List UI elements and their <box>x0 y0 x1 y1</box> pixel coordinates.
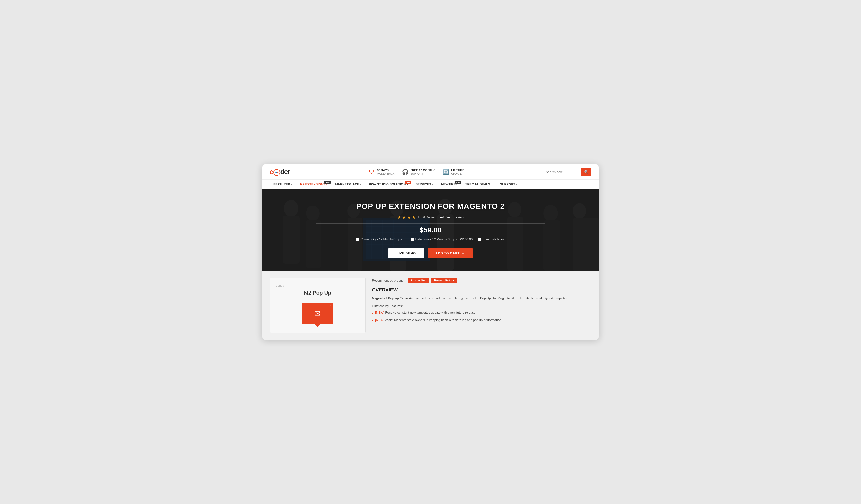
badge-update-text: LIFETIME UPDATE <box>451 169 464 175</box>
shield-icon: 🛡 <box>368 169 375 175</box>
option-community[interactable]: Community - 12 Months Support <box>356 237 405 241</box>
nav-badge-hot: HOT <box>405 181 411 184</box>
hero-rating: ★ ★ ★ ★ ★ 0 Review Add Your Review <box>267 215 594 220</box>
caret-icon-3: ▾ <box>360 183 361 186</box>
logo: c◀▶der <box>270 168 290 176</box>
nav: FEATURED ▾ 148+ M2 EXTENSIONS ▾ MARKETPL… <box>262 180 599 189</box>
overview-body: Magento 2 Pop up Extension supports stor… <box>372 296 591 301</box>
option-community-label: Community - 12 Months Support <box>360 237 405 241</box>
star-3: ★ <box>407 215 411 220</box>
badge-support: 🎧 FREE 12 MONTHS SUPPORT <box>402 169 435 175</box>
hero-section: POP UP EXTENSION FOR MAGENTO 2 ★ ★ ★ ★ ★… <box>262 189 599 271</box>
nav-m2-extensions[interactable]: 148+ M2 EXTENSIONS ▾ <box>296 180 331 189</box>
nav-featured[interactable]: FEATURED ▾ <box>270 180 296 189</box>
nav-support[interactable]: SUPPORT ▾ <box>496 180 521 189</box>
nav-m2-extensions-label: M2 EXTENSIONS <box>300 182 325 186</box>
badge-support-text: FREE 12 MONTHS SUPPORT <box>410 169 435 175</box>
hero-buttons: LIVE DEMO ADD TO CART → <box>267 248 594 258</box>
feature-text-2: Assist Magento store owners in keeping t… <box>384 318 501 322</box>
product-image-box: coder M2 Pop Up ✕ ✉ <box>270 278 366 333</box>
nav-featured-label: FEATURED <box>273 182 290 186</box>
logo-circle-icon: ◀▶ <box>273 169 280 176</box>
search-input[interactable] <box>543 169 582 176</box>
product-options: Community - 12 Months Support Enterprise… <box>267 237 594 241</box>
option-free-install-label: Free Installation <box>482 237 505 241</box>
product-description: Recommended product: Promo Bar Reward Po… <box>372 278 591 325</box>
badge-top-label: 30 DAYS <box>377 169 395 172</box>
refresh-icon: 🔄 <box>442 169 449 175</box>
hero-divider-top <box>316 223 545 224</box>
search-box[interactable]: 🔍 <box>543 168 591 176</box>
feature-prefix-2: [NEW] <box>375 318 384 322</box>
feature-text-1: Receive constant new templates update wi… <box>384 311 475 314</box>
nav-badge-20: 20+ <box>455 181 461 184</box>
badge-update-top: LIFETIME <box>451 169 464 172</box>
nav-marketplace[interactable]: MARKETPLACE ▾ <box>331 180 365 189</box>
nav-services-label: SERVICES <box>415 182 432 186</box>
star-4: ★ <box>412 215 415 220</box>
caret-icon: ▾ <box>291 183 292 186</box>
option-enterprise[interactable]: Enterprise - 12 Months Support +$100.00 <box>411 237 473 241</box>
feature-prefix-1: [NEW] <box>375 311 384 314</box>
overview-title: OVERVIEW <box>372 287 591 293</box>
popup-tail <box>315 324 320 327</box>
feature-item-2: • [NEW] Assist Magento store owners in k… <box>372 318 591 323</box>
product-title-plain: M2 <box>304 290 313 296</box>
envelope-icon: ✉ <box>314 309 321 318</box>
recommended-label: Recommended product: <box>372 279 405 282</box>
promo-bar-button[interactable]: Promo Bar <box>408 278 428 283</box>
feature-item-1: • [NEW] Receive constant new templates u… <box>372 310 591 315</box>
overview-rest-text: supports store Admin to create highly-ta… <box>415 296 569 300</box>
caret-icon-5: ▾ <box>432 183 433 186</box>
browser-window: c◀▶der 🛡 30 DAYS MONEY BACK 🎧 FREE 12 MO… <box>262 165 599 339</box>
nav-badge-148: 148+ <box>324 181 331 184</box>
arrow-right-icon: ▶ <box>277 171 278 173</box>
checkbox-free-install <box>478 238 481 241</box>
caret-icon-6: ▾ <box>491 183 492 186</box>
option-enterprise-label: Enterprise - 12 Months Support +$100.00 <box>415 237 473 241</box>
features-title: Outstanding Features: <box>372 304 591 308</box>
add-to-cart-button[interactable]: ADD TO CART → <box>428 248 473 258</box>
content-area: coder M2 Pop Up ✕ ✉ Recommended product:… <box>262 271 599 339</box>
nav-new-free[interactable]: 20+ NEW FREE <box>437 180 462 189</box>
arrow-right-icon: → <box>462 251 465 255</box>
nav-marketplace-label: MARKETPLACE <box>335 182 359 186</box>
add-review-link[interactable]: Add Your Review <box>440 215 464 219</box>
nav-pwa-studio[interactable]: HOT PWA STUDIO SOLUTION ▾ <box>365 180 412 189</box>
hero-divider-bottom <box>316 244 545 244</box>
caret-icon-7: ▾ <box>516 183 517 186</box>
header-badges: 🛡 30 DAYS MONEY BACK 🎧 FREE 12 MONTHS SU… <box>368 169 464 175</box>
nav-services[interactable]: SERVICES ▾ <box>412 180 437 189</box>
reward-points-button[interactable]: Reward Points <box>431 278 457 283</box>
badge-update: 🔄 LIFETIME UPDATE <box>442 169 464 175</box>
search-button[interactable]: 🔍 <box>582 168 591 176</box>
close-x-icon: ✕ <box>329 304 331 307</box>
star-2: ★ <box>402 215 406 220</box>
feature-list: • [NEW] Receive constant new templates u… <box>372 310 591 323</box>
nav-new-free-label: NEW FREE <box>441 182 457 186</box>
checkbox-enterprise <box>411 238 414 241</box>
header: c◀▶der 🛡 30 DAYS MONEY BACK 🎧 FREE 12 MO… <box>262 165 599 180</box>
live-demo-button[interactable]: LIVE DEMO <box>388 248 424 258</box>
badge-support-top: FREE 12 MONTHS <box>410 169 435 172</box>
badge-money-back: 🛡 30 DAYS MONEY BACK <box>368 169 395 175</box>
star-5: ★ <box>416 215 420 220</box>
nav-pwa-label: PWA STUDIO SOLUTION <box>369 182 406 186</box>
popup-preview-box: ✕ ✉ <box>302 303 333 324</box>
review-count: 0 Review <box>423 215 436 219</box>
badge-bottom-label: MONEY BACK <box>377 172 395 175</box>
hero-title: POP UP EXTENSION FOR MAGENTO 2 <box>267 202 594 211</box>
checkbox-community <box>356 238 359 241</box>
hero-content: POP UP EXTENSION FOR MAGENTO 2 ★ ★ ★ ★ ★… <box>267 202 594 258</box>
option-free-install[interactable]: Free Installation <box>478 237 505 241</box>
price-display: $59.00 <box>267 226 594 234</box>
logo-text: c◀▶der <box>270 168 290 176</box>
headset-icon: 🎧 <box>402 169 408 175</box>
badge-support-bottom: SUPPORT <box>410 172 435 175</box>
nav-special-deals-label: SPECIAL DEALS <box>465 182 490 186</box>
bullet-2: • <box>372 318 373 323</box>
logo-c: c <box>270 168 273 176</box>
logo-der: der <box>281 168 290 176</box>
nav-support-label: SUPPORT <box>500 182 515 186</box>
nav-special-deals[interactable]: SPECIAL DEALS ▾ <box>462 180 496 189</box>
